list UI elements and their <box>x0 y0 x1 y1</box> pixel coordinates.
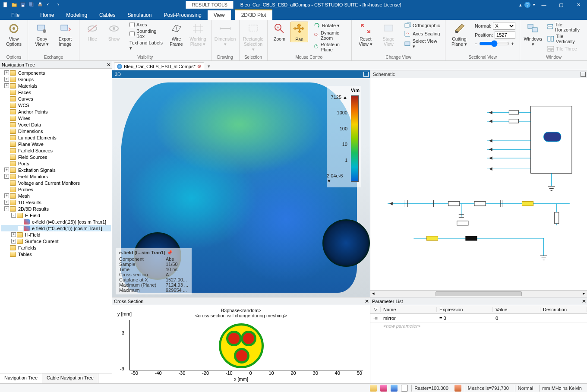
collapse-icon[interactable]: - <box>4 206 9 211</box>
schematic-scrollbar[interactable]: ◂ ▸ <box>370 290 587 297</box>
open-file-icon[interactable] <box>10 1 18 9</box>
document-tab[interactable]: Bleu_Car_CBLS_ESD_allComps* ⊗ <box>114 62 204 70</box>
maximize-pane-icon[interactable] <box>363 72 369 77</box>
copy-view-button[interactable]: Copy View ▾ <box>32 22 52 47</box>
tab-2d3d-plot[interactable]: 2D/3D Plot <box>235 9 272 20</box>
cross-section-canvas[interactable]: B3phase<random> <cross section will chan… <box>112 305 370 383</box>
tree-item[interactable]: Probes <box>1 186 111 193</box>
redo-icon[interactable] <box>54 1 61 9</box>
status-select-icon[interactable] <box>380 385 387 392</box>
tree-item[interactable]: +H-Field <box>1 231 111 238</box>
text-labels-dropdown[interactable]: Text and Labels ▾ <box>129 40 164 51</box>
tree-item[interactable]: Faces <box>1 89 111 95</box>
close-button[interactable]: ✕ <box>570 0 587 9</box>
tree-item[interactable]: e-field (t=0..end(.25)) [cosim Tran1] <box>1 218 111 225</box>
tile-vertically-button[interactable]: Tile Vertically <box>546 33 584 44</box>
windows-button[interactable]: Windows ▾ <box>524 22 542 47</box>
status-mesh-icon[interactable] <box>454 385 461 392</box>
help-icon[interactable]: ? <box>524 2 530 8</box>
status-view-icon[interactable] <box>391 385 398 392</box>
position-input[interactable] <box>495 31 515 39</box>
tab-postprocessing[interactable]: Post-Processing <box>158 10 207 20</box>
undo-icon[interactable] <box>45 1 53 9</box>
tree-item[interactable]: Tables <box>1 251 111 257</box>
tree-item[interactable]: Plane Wave <box>1 141 111 147</box>
rotate-button[interactable]: Rotate ▾ <box>312 22 348 29</box>
tab-dropdown-icon[interactable]: ▾ <box>206 63 212 70</box>
close-icon[interactable]: ✕ <box>365 298 369 304</box>
nav-tab-cable-navigation-tree[interactable]: Cable Navigation Tree <box>42 373 98 383</box>
expand-icon[interactable]: + <box>4 200 9 205</box>
tree-item[interactable]: e-field (t=0..end(1)) [cosim Tran1] <box>1 225 111 231</box>
tree-item[interactable]: Farfield Sources <box>1 147 111 154</box>
orthographic-button[interactable]: Orthographic <box>403 22 442 29</box>
position-slider[interactable] <box>479 40 509 47</box>
status-grid-icon[interactable] <box>401 385 408 392</box>
tree-item[interactable]: Dimensions <box>1 128 111 134</box>
navigation-tree[interactable]: +Components+Groups+MaterialsFacesCurvesW… <box>0 69 112 373</box>
tree-item[interactable]: WCS <box>1 102 111 108</box>
close-icon[interactable]: ✕ <box>107 62 111 68</box>
expand-icon[interactable]: + <box>4 77 9 82</box>
select-view-button[interactable]: Select View ▾ <box>403 38 442 50</box>
new-file-icon[interactable] <box>2 1 9 9</box>
wire-frame-button[interactable]: Wire Frame <box>167 22 186 47</box>
expand-icon[interactable]: + <box>4 83 9 88</box>
normal-select[interactable]: X <box>493 22 515 30</box>
tile-horizontally-button[interactable]: Tile Horizontally <box>546 22 584 33</box>
print-icon[interactable] <box>36 1 44 9</box>
axes-checkbox[interactable]: Axes <box>129 22 164 28</box>
tab-home[interactable]: Home <box>34 10 60 20</box>
scroll-thumb[interactable] <box>436 291 522 296</box>
tree-item[interactable]: Lumped Elements <box>1 134 111 141</box>
close-icon[interactable]: ⊗ <box>197 63 201 69</box>
tree-item[interactable]: +Groups <box>1 76 111 82</box>
expand-icon[interactable]: + <box>11 239 16 243</box>
tab-simulation[interactable]: Simulation <box>121 10 158 20</box>
tree-item[interactable]: Farfields <box>1 244 111 251</box>
view-3d-canvas[interactable]: V/m 7125 ▲ 1000 100 10 1 2.04e-6 ▼ e-fie… <box>112 78 370 297</box>
save-all-icon[interactable] <box>28 1 35 9</box>
expand-icon[interactable]: + <box>4 174 9 179</box>
collapse-icon[interactable]: - <box>11 213 16 218</box>
zoom-button[interactable]: Zoom <box>271 22 288 41</box>
cutting-plane-button[interactable]: Cutting Plane ▾ <box>449 22 470 47</box>
minimize-button[interactable]: — <box>535 0 552 9</box>
maximize-pane-icon[interactable] <box>581 72 586 77</box>
tree-item[interactable]: -E-Field <box>1 212 111 218</box>
slider-minus-icon[interactable]: − <box>475 41 477 46</box>
expand-icon[interactable]: + <box>4 70 9 75</box>
file-tab[interactable]: File <box>5 10 25 20</box>
tree-item[interactable]: Field Sources <box>1 154 111 160</box>
slider-plus-icon[interactable]: + <box>511 41 514 46</box>
axes-scaling-button[interactable]: Axes Scaling <box>403 30 442 38</box>
expand-icon[interactable]: + <box>4 193 9 198</box>
tree-item[interactable]: Curves <box>1 95 111 102</box>
tab-modeling[interactable]: Modeling <box>60 10 93 20</box>
tree-item[interactable]: Wires <box>1 115 111 121</box>
parameter-row[interactable]: -≡ mirror = 0 0 <box>370 314 587 322</box>
tab-cables[interactable]: Cables <box>93 10 121 20</box>
filter-icon[interactable]: ▽ <box>370 307 381 312</box>
tree-item[interactable]: +1D Results <box>1 199 111 205</box>
nav-tab-navigation-tree[interactable]: Navigation Tree <box>0 373 42 383</box>
maximize-button[interactable]: ▢ <box>552 0 570 9</box>
tree-item[interactable]: Voltage and Current Monitors <box>1 180 111 186</box>
tree-item[interactable]: +Field Monitors <box>1 173 111 180</box>
save-icon[interactable] <box>19 1 27 9</box>
ribbon-collapse-icon[interactable]: ▴ <box>519 2 522 8</box>
pin-icon[interactable]: 📌 <box>167 250 173 255</box>
new-parameter-row[interactable]: <new parameter> <box>370 322 587 329</box>
scroll-right-icon[interactable]: ▸ <box>583 291 585 296</box>
scroll-left-icon[interactable]: ◂ <box>372 291 375 296</box>
dynamic-zoom-button[interactable]: Dynamic Zoom <box>312 30 348 41</box>
expand-icon[interactable]: + <box>4 168 9 172</box>
view-options-button[interactable]: View Options <box>3 22 24 47</box>
export-image-button[interactable]: Export Image <box>55 22 76 47</box>
tree-item[interactable]: +Materials <box>1 82 111 89</box>
schematic-canvas[interactable] <box>370 78 587 290</box>
status-zoom-icon[interactable] <box>370 385 377 392</box>
tree-item[interactable]: +Excitation Signals <box>1 167 111 173</box>
bounding-box-checkbox[interactable]: Bounding Box <box>129 28 164 39</box>
expand-icon[interactable]: + <box>11 232 16 237</box>
